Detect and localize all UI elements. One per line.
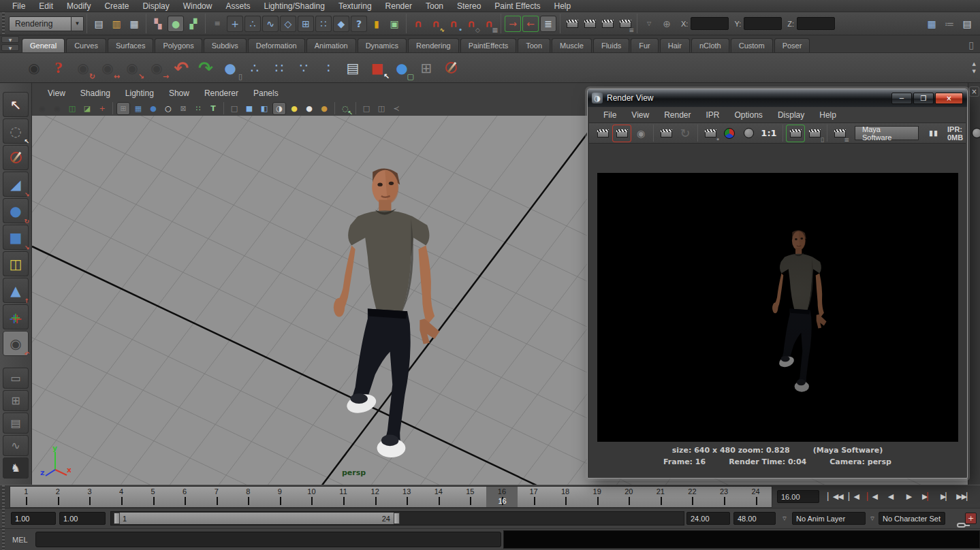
frame-cell[interactable]: 13 [391, 487, 423, 507]
shelf-tab[interactable]: General [22, 38, 65, 52]
range-slider-track[interactable]: 1 24 [110, 511, 684, 525]
frame-cell[interactable]: 1 [10, 487, 42, 507]
step-back-key-button[interactable]: ▏◀ [863, 488, 881, 504]
save-scene-icon[interactable]: ▦ [126, 16, 142, 32]
lasso-select-tool-icon[interactable]: ◌↖ [3, 118, 29, 144]
playback-range-bar[interactable]: 1 24 [114, 513, 400, 524]
menu-item[interactable]: Render [379, 1, 419, 11]
render-settings-icon[interactable]: ≡ [617, 16, 633, 32]
menu-item[interactable]: Help [548, 1, 578, 11]
rendered-image[interactable] [597, 173, 958, 442]
frame-cell[interactable]: 2 [42, 487, 74, 507]
shelf-tab[interactable]: Toon [518, 38, 550, 52]
anim-layer-field[interactable]: No Anim Layer [792, 512, 866, 525]
render-button-icon[interactable] [594, 125, 612, 142]
shelf-tab[interactable]: PaintEffects [460, 38, 517, 52]
render-view-menu-item[interactable]: IPR [699, 110, 727, 120]
frame-cell[interactable]: 21 [645, 487, 677, 507]
close-button[interactable]: × [935, 93, 963, 104]
graph-persp-layout-icon[interactable]: ∿ [3, 435, 29, 456]
input-connections-icon[interactable]: → [505, 16, 521, 32]
mask-surfaces-icon[interactable]: ◇ [280, 16, 296, 32]
menu-item[interactable]: File [5, 1, 32, 11]
frame-cell[interactable]: 7 [200, 487, 232, 507]
field-chart-icon[interactable]: ⊠ [176, 102, 190, 115]
panel-menu-item[interactable]: View [40, 88, 73, 98]
step-back-frame-button[interactable]: ▏◀ [844, 488, 863, 504]
dolly-camera-icon[interactable]: ◉↘ [121, 56, 144, 80]
render-view-menu-item[interactable]: Options [727, 110, 770, 120]
auto-keyframe-toggle-icon[interactable]: + [965, 513, 977, 524]
menu-item[interactable]: Assets [219, 1, 257, 11]
anim-layer-dropdown-icon[interactable]: ▽ [779, 512, 790, 525]
scale-tool-icon[interactable]: ■↘ [3, 225, 29, 250]
wireframe-on-shaded-icon[interactable]: ◧ [257, 102, 271, 115]
command-feedback-output[interactable] [503, 530, 980, 549]
ipr-render-icon[interactable] [599, 16, 616, 32]
shelf-tab[interactable]: Fluids [593, 38, 629, 52]
character-set-dropdown-icon[interactable]: ▽ [867, 512, 878, 525]
menu-set-selector[interactable]: Rendering ▼ [9, 16, 84, 31]
mask-curves-icon[interactable]: ∿ [262, 16, 279, 32]
shelf-tab[interactable]: Curves [66, 38, 106, 52]
output-connections-icon[interactable]: ← [522, 16, 539, 32]
smooth-shade-mode-icon[interactable]: ■ [242, 102, 256, 115]
four-pane-layout-icon[interactable]: ⊞ [3, 390, 29, 411]
open-scene-icon[interactable]: ▥ [108, 16, 125, 32]
attribute-editor-toggle-icon[interactable]: ▤ [959, 16, 975, 32]
absolute-mode-icon[interactable]: ⊕ [659, 16, 675, 32]
frame-cell[interactable]: 6 [169, 487, 201, 507]
time-slider-grip[interactable] [0, 485, 7, 508]
render-region-icon[interactable]: • [701, 125, 719, 142]
refresh-ipr-icon[interactable]: ↻ [676, 125, 694, 142]
menu-item[interactable]: Create [97, 1, 136, 11]
one-to-one-zoom-icon[interactable]: 1:1 [759, 125, 779, 142]
hypergraph-hierarchy-icon[interactable]: ∴ [243, 56, 266, 80]
film-gate-icon[interactable]: ▦ [131, 102, 145, 115]
panel-menu-item[interactable]: Lighting [118, 88, 161, 98]
shelf-editor-trash-icon[interactable]: ▯ [963, 38, 979, 52]
command-language-label[interactable]: MEL [12, 536, 28, 544]
render-view-menu-item[interactable]: Help [812, 110, 844, 120]
playblast-icon[interactable]: ◉ [22, 56, 46, 80]
image-plane-icon[interactable]: ◪ [80, 102, 94, 115]
set-key-icon[interactable] [957, 523, 966, 528]
shelf-scroll-up-icon[interactable]: ▲ [973, 61, 976, 67]
snap-to-curve-icon[interactable]: ∩∿ [428, 16, 444, 32]
frame-cell[interactable]: 24 [740, 487, 772, 507]
snap-options-icon[interactable]: ≡ [209, 16, 225, 32]
help-shelf-icon[interactable]: ? [47, 56, 70, 80]
make-live-icon[interactable]: ∩▦ [481, 16, 497, 32]
open-render-settings-icon[interactable]: ≡ [831, 125, 849, 142]
menu-item[interactable]: Lighting/Shading [257, 1, 331, 11]
select-component-shelf-icon[interactable]: ●▢ [390, 56, 413, 80]
universal-manipulator-icon[interactable]: ◫ [3, 251, 29, 276]
delete-unused-nodes-icon[interactable]: ●▯ [219, 56, 242, 80]
hypergraph-connections-icon[interactable]: ∷ [268, 56, 291, 80]
shelf-options-menu-icon[interactable]: ▼ [1, 44, 19, 51]
shelf-tab[interactable]: Dynamics [358, 38, 407, 52]
frame-cell[interactable]: 10 [296, 487, 328, 507]
isolate-select-icon[interactable]: ◌↖ [338, 102, 352, 115]
renderer-select[interactable]: Maya Software [855, 126, 919, 140]
redo-view-icon[interactable]: ↷ [194, 56, 217, 80]
wireframe-mode-icon[interactable]: □ [227, 102, 241, 115]
paint-3d-icon[interactable] [439, 56, 462, 80]
safe-action-icon[interactable]: ∷ [191, 102, 205, 115]
shelf-tab[interactable]: Hair [660, 38, 690, 52]
render-view-menu-item[interactable]: Display [770, 110, 812, 120]
channel-box-toggle-icon[interactable]: ▦ [923, 16, 940, 32]
menu-set-value[interactable]: Rendering [9, 16, 72, 31]
play-backwards-button[interactable]: ◀ [881, 488, 900, 504]
share-view-icon[interactable]: ≺ [390, 102, 403, 115]
hypergraph-output-icon[interactable]: ∶ [317, 56, 340, 80]
snap-to-point-icon[interactable]: ∩• [445, 16, 462, 32]
render-view-menu-item[interactable]: Render [657, 110, 698, 120]
all-lights-icon[interactable]: ● [317, 102, 331, 115]
snapshot-icon[interactable]: ◉ [632, 125, 650, 142]
frame-cell[interactable]: 5 [137, 487, 169, 507]
panel-menu-item[interactable]: Renderer [197, 88, 246, 98]
shelf-tab[interactable]: Custom [731, 38, 773, 52]
render-current-frame-icon[interactable] [582, 16, 598, 32]
range-end-handle[interactable] [394, 513, 400, 524]
